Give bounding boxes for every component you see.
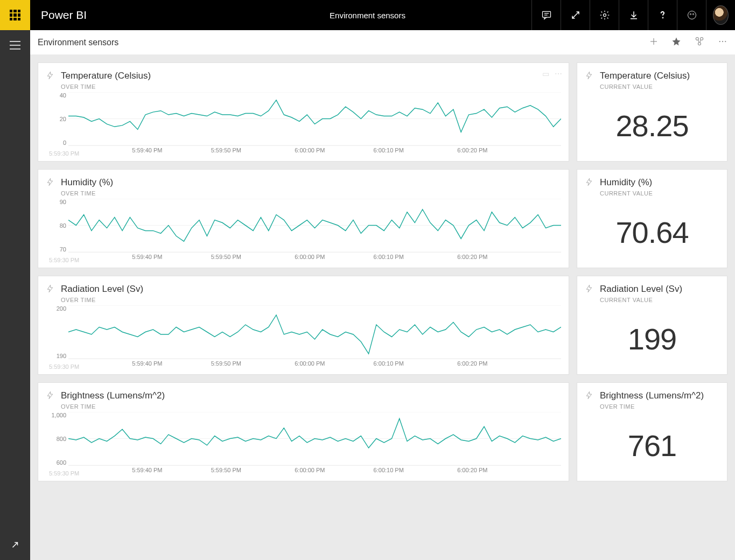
streaming-icon — [46, 177, 54, 189]
svg-point-16 — [719, 40, 720, 41]
chart-tile[interactable]: Humidity (%)OVER TIME9080705:59:30 PM5:5… — [38, 169, 569, 268]
line-chart: 402005:59:30 PM5:59:40 PM5:59:50 PM6:00:… — [49, 92, 561, 157]
tile-more-icon[interactable]: ⋯ — [555, 69, 562, 78]
svg-point-6 — [690, 13, 691, 15]
tile-title: Radiation Level (Sv) — [61, 284, 143, 295]
svg-point-3 — [603, 14, 606, 17]
nav-toggle-button[interactable] — [0, 30, 30, 60]
current-value: 199 — [585, 305, 719, 367]
x-axis-labels: 5:59:40 PM5:59:50 PM6:00:00 PM6:00:10 PM… — [68, 254, 561, 263]
app-launcher-button[interactable] — [0, 0, 30, 30]
svg-point-7 — [692, 13, 694, 15]
dashboard-canvas: ▭⋯Temperature (Celsius)OVER TIME402005:5… — [30, 55, 735, 560]
tile-subtitle: CURRENT VALUE — [600, 83, 690, 90]
dashboard-row: Radiation Level (Sv)OVER TIME2001905:59:… — [38, 276, 727, 375]
line-chart: 1,0008006005:59:30 PM5:59:40 PM5:59:50 P… — [49, 412, 561, 477]
chart-tile[interactable]: ▭⋯Temperature (Celsius)OVER TIME402005:5… — [38, 62, 569, 162]
tile-title: Humidity (%) — [600, 177, 653, 188]
streaming-icon — [46, 284, 54, 296]
dashboard-row: Humidity (%)OVER TIME9080705:59:30 PM5:5… — [38, 169, 727, 268]
dashboard-row: ▭⋯Temperature (Celsius)OVER TIME402005:5… — [38, 62, 727, 162]
x-axis-labels: 5:59:40 PM5:59:50 PM6:00:00 PM6:00:10 PM… — [68, 467, 561, 477]
current-value: 28.25 — [585, 92, 719, 154]
add-button[interactable] — [649, 37, 659, 48]
line-chart: 9080705:59:30 PM5:59:40 PM5:59:50 PM6:00… — [49, 199, 561, 263]
tile-subtitle: OVER TIME — [61, 83, 151, 90]
left-nav-rail — [0, 30, 30, 560]
download-button[interactable] — [619, 0, 648, 30]
svg-point-15 — [698, 42, 701, 45]
tile-subtitle: CURRENT VALUE — [600, 297, 682, 303]
tile-pin-icon[interactable]: ▭ — [542, 69, 549, 78]
hamburger-icon — [10, 41, 20, 50]
user-avatar[interactable] — [706, 0, 735, 30]
streaming-icon — [585, 284, 593, 296]
tile-subtitle: CURRENT VALUE — [600, 190, 653, 197]
streaming-icon — [585, 177, 593, 189]
comments-button[interactable] — [531, 0, 561, 30]
popout-button[interactable] — [0, 530, 30, 560]
tile-subtitle: OVER TIME — [61, 297, 143, 303]
favorite-button[interactable] — [671, 37, 681, 48]
value-tile[interactable]: Temperature (Celsius)CURRENT VALUE28.25 — [577, 62, 727, 162]
dashboard-row: Brightness (Lumens/m^2)OVER TIME1,000800… — [38, 382, 727, 481]
tile-title: Humidity (%) — [61, 177, 113, 188]
value-tile[interactable]: Brightness (Lumens/m^2)OVER TIME761 — [577, 382, 727, 481]
tile-title: Temperature (Celsius) — [600, 71, 690, 81]
value-tile[interactable]: Humidity (%)CURRENT VALUE70.64 — [577, 169, 727, 268]
share-button[interactable] — [694, 36, 705, 49]
tile-title: Temperature (Celsius) — [61, 71, 151, 81]
tile-subtitle: OVER TIME — [61, 403, 165, 410]
tile-actions: ▭⋯ — [542, 69, 562, 78]
svg-point-17 — [722, 40, 723, 41]
feedback-button[interactable] — [677, 0, 706, 30]
y-axis-labels: 908070 — [49, 199, 68, 253]
svg-point-5 — [688, 11, 696, 19]
page-actions — [649, 36, 727, 49]
fullscreen-button[interactable] — [561, 0, 590, 30]
chart-tile[interactable]: Brightness (Lumens/m^2)OVER TIME1,000800… — [38, 382, 569, 481]
top-header: Power BI Environment sensors — [0, 0, 735, 30]
current-value: 70.64 — [585, 199, 719, 261]
more-button[interactable] — [718, 37, 727, 48]
streaming-icon — [46, 71, 54, 82]
x-axis-labels: 5:59:40 PM5:59:50 PM6:00:00 PM6:00:10 PM… — [68, 147, 561, 157]
tile-subtitle: OVER TIME — [61, 190, 113, 197]
line-chart: 2001905:59:30 PM5:59:40 PM5:59:50 PM6:00… — [49, 305, 561, 370]
streaming-icon — [585, 390, 593, 402]
waffle-icon — [10, 10, 20, 20]
tile-subtitle: OVER TIME — [600, 403, 704, 410]
app-brand: Power BI — [30, 9, 87, 22]
settings-button[interactable] — [590, 0, 619, 30]
y-axis-labels: 40200 — [49, 92, 68, 146]
current-value: 761 — [585, 412, 719, 474]
tile-title: Radiation Level (Sv) — [600, 284, 682, 295]
x-axis-labels: 5:59:40 PM5:59:50 PM6:00:00 PM6:00:10 PM… — [68, 360, 561, 370]
help-button[interactable] — [648, 0, 677, 30]
streaming-icon — [46, 390, 54, 402]
tile-title: Brightness (Lumens/m^2) — [61, 390, 165, 401]
breadcrumb-bar: Environment sensors — [30, 30, 735, 55]
chart-tile[interactable]: Radiation Level (Sv)OVER TIME2001905:59:… — [38, 276, 569, 375]
svg-point-18 — [725, 40, 726, 41]
top-icon-bar — [531, 0, 735, 30]
page-title: Environment sensors — [38, 38, 118, 47]
y-axis-labels: 1,000800600 — [49, 412, 68, 466]
svg-rect-0 — [542, 11, 550, 17]
value-tile[interactable]: Radiation Level (Sv)CURRENT VALUE199 — [577, 276, 727, 375]
svg-point-4 — [662, 18, 663, 18]
streaming-icon — [585, 71, 593, 82]
popout-icon — [10, 540, 20, 550]
tile-title: Brightness (Lumens/m^2) — [600, 390, 704, 401]
dashboard-title: Environment sensors — [330, 11, 405, 20]
y-axis-labels: 200190 — [49, 305, 68, 359]
